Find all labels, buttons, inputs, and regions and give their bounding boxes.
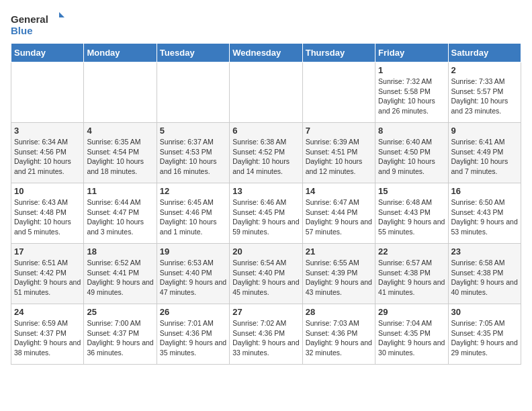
day-cell: 1Sunrise: 7:32 AM Sunset: 5:58 PM Daylig… — [375, 62, 448, 123]
day-info: Sunrise: 7:02 AM Sunset: 4:36 PM Dayligh… — [232, 318, 299, 358]
header-row: SundayMondayTuesdayWednesdayThursdayFrid… — [11, 44, 521, 62]
day-number: 3 — [14, 126, 81, 136]
day-cell — [230, 62, 302, 123]
day-cell: 24Sunrise: 6:59 AM Sunset: 4:37 PM Dayli… — [11, 304, 84, 365]
day-number: 2 — [451, 65, 518, 75]
header-day-friday: Friday — [375, 44, 448, 62]
day-number: 6 — [232, 126, 299, 136]
day-cell: 29Sunrise: 7:04 AM Sunset: 4:35 PM Dayli… — [375, 304, 448, 365]
day-cell — [302, 62, 375, 123]
day-number: 28 — [306, 307, 372, 317]
week-row-1: 3Sunrise: 6:34 AM Sunset: 4:56 PM Daylig… — [11, 123, 521, 183]
day-info: Sunrise: 6:39 AM Sunset: 4:51 PM Dayligh… — [306, 137, 372, 177]
header-day-tuesday: Tuesday — [157, 44, 229, 62]
day-cell: 28Sunrise: 7:03 AM Sunset: 4:36 PM Dayli… — [302, 304, 375, 365]
day-number: 29 — [378, 307, 445, 317]
day-cell: 19Sunrise: 6:53 AM Sunset: 4:40 PM Dayli… — [157, 244, 229, 304]
day-info: Sunrise: 6:55 AM Sunset: 4:39 PM Dayligh… — [306, 258, 372, 298]
day-info: Sunrise: 6:53 AM Sunset: 4:40 PM Dayligh… — [160, 258, 226, 298]
day-number: 1 — [378, 65, 445, 75]
day-cell — [157, 62, 229, 123]
header-day-thursday: Thursday — [302, 44, 375, 62]
day-info: Sunrise: 7:01 AM Sunset: 4:36 PM Dayligh… — [160, 318, 226, 358]
day-cell: 27Sunrise: 7:02 AM Sunset: 4:36 PM Dayli… — [230, 304, 302, 365]
day-number: 5 — [160, 126, 226, 136]
calendar-body: 1Sunrise: 7:32 AM Sunset: 5:58 PM Daylig… — [11, 62, 521, 365]
day-info: Sunrise: 7:00 AM Sunset: 4:37 PM Dayligh… — [87, 318, 153, 358]
day-info: Sunrise: 7:33 AM Sunset: 5:57 PM Dayligh… — [451, 77, 518, 116]
day-cell: 14Sunrise: 6:47 AM Sunset: 4:44 PM Dayli… — [302, 183, 375, 244]
day-cell: 21Sunrise: 6:55 AM Sunset: 4:39 PM Dayli… — [302, 244, 375, 304]
day-number: 17 — [14, 246, 81, 257]
day-info: Sunrise: 7:32 AM Sunset: 5:58 PM Dayligh… — [378, 77, 445, 116]
logo-svg: GeneralBlue — [11, 11, 64, 38]
day-number: 13 — [232, 186, 299, 196]
day-cell — [11, 62, 84, 123]
day-cell: 15Sunrise: 6:48 AM Sunset: 4:43 PM Dayli… — [375, 183, 448, 244]
day-number: 10 — [14, 186, 81, 196]
day-info: Sunrise: 6:44 AM Sunset: 4:47 PM Dayligh… — [87, 197, 153, 237]
day-cell: 13Sunrise: 6:46 AM Sunset: 4:45 PM Dayli… — [230, 183, 302, 244]
day-number: 25 — [87, 307, 153, 317]
day-info: Sunrise: 6:41 AM Sunset: 4:49 PM Dayligh… — [451, 137, 518, 177]
day-cell: 22Sunrise: 6:57 AM Sunset: 4:38 PM Dayli… — [375, 244, 448, 304]
day-number: 30 — [451, 307, 518, 317]
day-cell: 10Sunrise: 6:43 AM Sunset: 4:48 PM Dayli… — [11, 183, 84, 244]
day-number: 9 — [451, 126, 518, 136]
day-number: 11 — [87, 186, 153, 196]
header-day-sunday: Sunday — [11, 44, 84, 62]
day-cell: 11Sunrise: 6:44 AM Sunset: 4:47 PM Dayli… — [84, 183, 157, 244]
svg-text:Blue: Blue — [11, 25, 33, 36]
day-cell: 16Sunrise: 6:50 AM Sunset: 4:43 PM Dayli… — [448, 183, 521, 244]
day-number: 22 — [378, 246, 445, 257]
day-cell: 6Sunrise: 6:38 AM Sunset: 4:52 PM Daylig… — [230, 123, 302, 183]
day-cell: 25Sunrise: 7:00 AM Sunset: 4:37 PM Dayli… — [84, 304, 157, 365]
day-number: 27 — [232, 307, 299, 317]
day-info: Sunrise: 7:03 AM Sunset: 4:36 PM Dayligh… — [306, 318, 372, 358]
day-cell: 7Sunrise: 6:39 AM Sunset: 4:51 PM Daylig… — [302, 123, 375, 183]
calendar-table: SundayMondayTuesdayWednesdayThursdayFrid… — [11, 43, 521, 365]
day-number: 4 — [87, 126, 153, 136]
day-info: Sunrise: 6:46 AM Sunset: 4:45 PM Dayligh… — [232, 197, 299, 237]
day-info: Sunrise: 6:45 AM Sunset: 4:46 PM Dayligh… — [160, 197, 226, 237]
day-info: Sunrise: 6:38 AM Sunset: 4:52 PM Dayligh… — [232, 137, 299, 177]
day-info: Sunrise: 7:04 AM Sunset: 4:35 PM Dayligh… — [378, 318, 445, 358]
header-day-wednesday: Wednesday — [230, 44, 302, 62]
day-info: Sunrise: 6:37 AM Sunset: 4:53 PM Dayligh… — [160, 137, 226, 177]
day-number: 12 — [160, 186, 226, 196]
day-info: Sunrise: 6:40 AM Sunset: 4:50 PM Dayligh… — [378, 137, 445, 177]
day-info: Sunrise: 6:50 AM Sunset: 4:43 PM Dayligh… — [451, 197, 518, 237]
day-cell: 30Sunrise: 7:05 AM Sunset: 4:35 PM Dayli… — [448, 304, 521, 365]
day-number: 19 — [160, 246, 226, 257]
logo: GeneralBlue — [11, 11, 64, 38]
day-number: 7 — [306, 126, 372, 136]
day-info: Sunrise: 6:48 AM Sunset: 4:43 PM Dayligh… — [378, 197, 445, 237]
week-row-3: 17Sunrise: 6:51 AM Sunset: 4:42 PM Dayli… — [11, 244, 521, 304]
day-number: 21 — [306, 246, 372, 257]
day-info: Sunrise: 6:47 AM Sunset: 4:44 PM Dayligh… — [306, 197, 372, 237]
day-info: Sunrise: 6:57 AM Sunset: 4:38 PM Dayligh… — [378, 258, 445, 298]
header-day-monday: Monday — [84, 44, 157, 62]
day-info: Sunrise: 6:52 AM Sunset: 4:41 PM Dayligh… — [87, 258, 153, 298]
day-number: 14 — [306, 186, 372, 196]
day-info: Sunrise: 6:34 AM Sunset: 4:56 PM Dayligh… — [14, 137, 81, 177]
day-cell: 5Sunrise: 6:37 AM Sunset: 4:53 PM Daylig… — [157, 123, 229, 183]
day-info: Sunrise: 6:43 AM Sunset: 4:48 PM Dayligh… — [14, 197, 81, 237]
day-number: 15 — [378, 186, 445, 196]
day-cell: 8Sunrise: 6:40 AM Sunset: 4:50 PM Daylig… — [375, 123, 448, 183]
day-info: Sunrise: 6:51 AM Sunset: 4:42 PM Dayligh… — [14, 258, 81, 298]
day-cell: 23Sunrise: 6:58 AM Sunset: 4:38 PM Dayli… — [448, 244, 521, 304]
day-info: Sunrise: 6:59 AM Sunset: 4:37 PM Dayligh… — [14, 318, 81, 358]
day-number: 20 — [232, 246, 299, 257]
day-info: Sunrise: 6:58 AM Sunset: 4:38 PM Dayligh… — [451, 258, 518, 298]
day-cell: 17Sunrise: 6:51 AM Sunset: 4:42 PM Dayli… — [11, 244, 84, 304]
day-cell — [84, 62, 157, 123]
day-cell: 12Sunrise: 6:45 AM Sunset: 4:46 PM Dayli… — [157, 183, 229, 244]
day-cell: 2Sunrise: 7:33 AM Sunset: 5:57 PM Daylig… — [448, 62, 521, 123]
day-number: 16 — [451, 186, 518, 196]
calendar-header: SundayMondayTuesdayWednesdayThursdayFrid… — [11, 44, 521, 62]
day-info: Sunrise: 7:05 AM Sunset: 4:35 PM Dayligh… — [451, 318, 518, 358]
day-number: 18 — [87, 246, 153, 257]
day-number: 8 — [378, 126, 445, 136]
header: GeneralBlue — [11, 11, 521, 38]
